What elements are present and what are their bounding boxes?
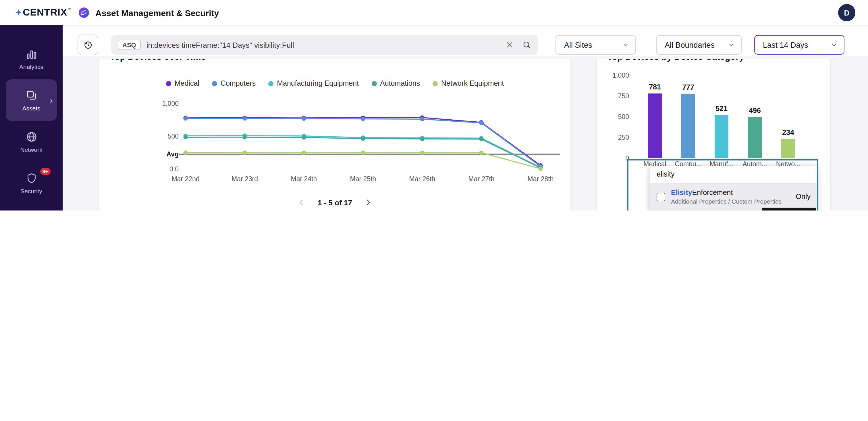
column-option-row[interactable]: ElisityEnforcement Additional Properties… — [650, 184, 817, 210]
column-option-checkbox[interactable] — [657, 192, 665, 201]
svg-text:250: 250 — [618, 134, 629, 141]
legend-label: Computers — [221, 79, 256, 87]
history-button[interactable] — [78, 34, 98, 55]
svg-text:500: 500 — [618, 113, 629, 120]
svg-text:1,000: 1,000 — [162, 100, 179, 107]
top-header: ✦ CENTRIX ™ Asset Management & Security … — [0, 0, 868, 25]
sites-dropdown-value: All Sites — [564, 40, 592, 49]
svg-text:Mar 24th: Mar 24th — [291, 175, 317, 183]
sidebar-item-label: Network — [20, 146, 42, 153]
logo-trademark: ™ — [67, 7, 71, 11]
sidebar-item-network[interactable]: Network — [6, 121, 57, 162]
analytics-icon — [25, 48, 38, 60]
sidebar-item-label: Analytics — [19, 63, 43, 70]
svg-text:Mar 22nd: Mar 22nd — [172, 175, 199, 183]
legend-dot — [371, 81, 377, 86]
svg-text:Mar 28th: Mar 28th — [528, 175, 554, 183]
app: ✦ CENTRIX ™ Asset Management & Security … — [0, 0, 868, 210]
line-chart: 1,0005000.0AvgMar 22ndMar 23rdMar 24thMa… — [99, 93, 570, 185]
column-option-rest: Enforcement — [692, 189, 733, 197]
legend-item[interactable]: Manufacturing Equipment — [268, 79, 359, 87]
security-icon — [25, 172, 38, 184]
legend-item[interactable]: Automations — [371, 79, 420, 87]
sidebar-item-label: Security — [21, 187, 42, 194]
toolbar: ASQ All Sites All Boundaries Last 14 Day… — [78, 34, 844, 55]
chevron-down-icon — [830, 41, 838, 49]
search-bar[interactable]: ASQ — [111, 35, 538, 55]
assets-icon — [25, 89, 38, 102]
column-search-input[interactable] — [657, 170, 811, 178]
legend-item[interactable]: Medical — [166, 79, 199, 87]
sidebar-item-analytics[interactable]: Analytics — [6, 38, 57, 79]
legend-dot — [166, 81, 171, 86]
clear-search-icon[interactable] — [505, 40, 514, 50]
svg-text:Mar 26th: Mar 26th — [409, 175, 435, 183]
search-input[interactable] — [147, 40, 497, 49]
timeframe-dropdown[interactable]: Last 14 Days — [754, 35, 844, 55]
legend-label: Medical — [175, 79, 199, 87]
centrix-logo: ✦ CENTRIX ™ — [15, 7, 71, 19]
sidebar-item-label: Assets — [22, 104, 40, 111]
legend-dot — [433, 81, 438, 86]
chevron-down-icon — [622, 41, 629, 49]
column-picker-tooltip: column picker — [762, 207, 816, 210]
legend-dot — [212, 81, 217, 86]
only-button[interactable]: Only — [796, 193, 811, 201]
chart-legend: MedicalComputersManufacturing EquipmentA… — [99, 79, 570, 87]
svg-text:0: 0 — [625, 155, 629, 162]
svg-text:500: 500 — [168, 133, 179, 140]
svg-text:234: 234 — [782, 128, 794, 136]
product-orb-icon — [78, 7, 90, 19]
chart-next-page-button[interactable] — [364, 198, 373, 207]
svg-text:521: 521 — [715, 104, 727, 112]
sidebar-item-security[interactable]: Security9+ — [6, 162, 57, 204]
sites-dropdown[interactable]: All Sites — [556, 35, 636, 55]
legend-label: Automations — [380, 79, 420, 87]
bar-chart-title: Top Devices by Device Category — [597, 59, 830, 62]
svg-text:496: 496 — [749, 106, 761, 114]
svg-text:1,000: 1,000 — [612, 72, 629, 79]
column-picker-popup: ElisityEnforcement Additional Properties… — [650, 166, 817, 210]
notification-badge: 9+ — [40, 168, 50, 175]
logo-text: CENTRIX — [23, 7, 67, 19]
logo-star-icon: ✦ — [15, 7, 22, 19]
boundaries-dropdown-value: All Boundaries — [664, 40, 715, 49]
chart-prev-page-button[interactable] — [297, 198, 306, 207]
asq-chip: ASQ — [118, 40, 141, 50]
line-chart-title: Top Devices over Time — [99, 59, 570, 62]
boundaries-dropdown[interactable]: All Boundaries — [656, 35, 742, 55]
user-avatar[interactable]: D — [838, 4, 855, 21]
sidebar-item-avm[interactable]: AVM — [6, 204, 57, 210]
sidebar: AnalyticsAssets›NetworkSecurity9+AVMValu… — [0, 25, 63, 210]
chart-page-range: 1 - 5 of 17 — [318, 198, 352, 207]
chevron-down-icon — [727, 41, 735, 49]
legend-item[interactable]: Computers — [212, 79, 256, 87]
column-option-match: Elisity — [671, 189, 692, 197]
legend-label: Manufacturing Equipment — [277, 79, 359, 87]
devices-over-time-card: Top Devices over Time MedicalComputersMa… — [99, 59, 570, 210]
sidebar-item-assets[interactable]: Assets› — [6, 79, 57, 121]
chart-pagination: 1 - 5 of 17 — [99, 198, 570, 207]
column-option-subtitle: Additional Properties / Custom Propertie… — [671, 198, 781, 205]
column-search[interactable] — [650, 166, 817, 184]
legend-label: Network Equipment — [441, 79, 504, 87]
search-icon[interactable] — [522, 40, 531, 50]
column-option-text: ElisityEnforcement Additional Properties… — [671, 189, 781, 205]
svg-text:Mar 25th: Mar 25th — [350, 175, 376, 183]
main-content: ASQ All Sites All Boundaries Last 14 Day… — [63, 25, 868, 210]
svg-text:781: 781 — [649, 83, 661, 91]
network-icon — [25, 130, 38, 143]
svg-text:Mar 23rd: Mar 23rd — [231, 175, 258, 183]
svg-text:750: 750 — [618, 92, 629, 100]
svg-text:Mar 27th: Mar 27th — [468, 175, 495, 183]
legend-item[interactable]: Network Equipment — [433, 79, 504, 87]
svg-text:0.0: 0.0 — [169, 165, 179, 173]
svg-text:777: 777 — [682, 83, 694, 91]
timeframe-dropdown-value: Last 14 Days — [763, 40, 808, 49]
app-title: Asset Management & Security — [95, 8, 219, 18]
chevron-right-icon: › — [50, 95, 53, 105]
legend-dot — [268, 81, 273, 86]
sidebar-nav: AnalyticsAssets›NetworkSecurity9+AVMValu… — [0, 25, 63, 210]
svg-text:Avg: Avg — [166, 150, 179, 158]
